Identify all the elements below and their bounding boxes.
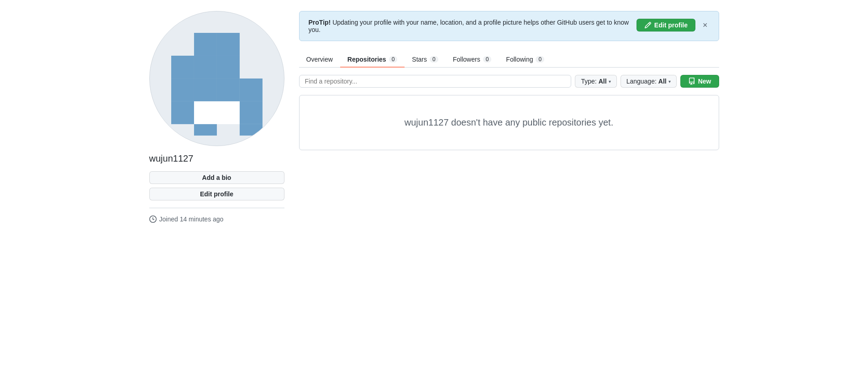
tab-following[interactable]: Following 0 <box>499 52 552 68</box>
tab-followers[interactable]: Followers 0 <box>446 52 499 68</box>
svg-rect-14 <box>194 124 217 136</box>
type-dropdown[interactable]: Type: All ▾ <box>575 75 616 88</box>
svg-rect-11 <box>194 101 217 124</box>
new-button-label: New <box>698 78 711 85</box>
protip-message: Updating your profile with your name, lo… <box>309 19 629 33</box>
svg-rect-4 <box>216 56 239 79</box>
tab-followers-count: 0 <box>483 56 492 63</box>
avatar <box>149 11 284 146</box>
sidebar: wujun1127 Add a bio Edit profile Joined … <box>149 11 284 223</box>
empty-state-text: wujun1127 doesn't have any public reposi… <box>314 117 704 128</box>
svg-rect-2 <box>216 33 239 56</box>
svg-rect-12 <box>216 101 239 124</box>
tab-stars-count: 0 <box>430 56 438 63</box>
protip-actions: Edit profile × <box>637 19 710 32</box>
new-repository-button[interactable]: New <box>680 75 719 88</box>
joined-info: Joined 14 minutes ago <box>149 215 284 223</box>
repo-icon <box>688 78 695 85</box>
clock-icon <box>149 215 157 223</box>
type-label: Type: <box>581 78 596 85</box>
empty-state: wujun1127 doesn't have any public reposi… <box>299 95 719 150</box>
protip-text: ProTip! Updating your profile with your … <box>309 19 629 33</box>
svg-rect-5 <box>171 56 194 79</box>
tab-stars-label: Stars <box>412 56 427 63</box>
protip-banner: ProTip! Updating your profile with your … <box>299 11 719 41</box>
svg-rect-6 <box>171 79 194 101</box>
language-value: All <box>658 78 667 85</box>
tab-followers-label: Followers <box>453 56 480 63</box>
svg-rect-10 <box>171 101 194 124</box>
protip-close-button[interactable]: × <box>701 21 710 29</box>
filter-row: Type: All ▾ Language: All ▾ New <box>299 75 719 88</box>
protip-prefix: ProTip! <box>309 19 331 26</box>
edit-profile-button[interactable]: Edit profile <box>149 188 284 200</box>
protip-edit-label: Edit profile <box>654 21 688 29</box>
main-content: ProTip! Updating your profile with your … <box>299 11 719 223</box>
sidebar-divider <box>149 208 284 208</box>
add-bio-button[interactable]: Add a bio <box>149 171 284 184</box>
page-layout: wujun1127 Add a bio Edit profile Joined … <box>142 0 726 234</box>
tab-repositories[interactable]: Repositories 0 <box>340 52 405 68</box>
type-value: All <box>599 78 607 85</box>
protip-edit-profile-button[interactable]: Edit profile <box>637 19 695 32</box>
username: wujun1127 <box>149 153 284 164</box>
svg-rect-3 <box>194 56 217 79</box>
language-label: Language: <box>626 78 657 85</box>
tab-overview[interactable]: Overview <box>299 52 340 68</box>
svg-rect-7 <box>194 79 217 101</box>
svg-rect-9 <box>239 79 262 101</box>
tab-following-label: Following <box>506 56 533 63</box>
tab-following-count: 0 <box>536 56 544 63</box>
svg-rect-8 <box>216 79 239 101</box>
tab-repositories-label: Repositories <box>347 56 386 63</box>
avatar-image <box>160 21 274 136</box>
tab-overview-label: Overview <box>306 56 333 63</box>
language-dropdown[interactable]: Language: All ▾ <box>621 75 677 88</box>
type-chevron-icon: ▾ <box>609 79 611 84</box>
language-chevron-icon: ▾ <box>668 79 671 84</box>
search-input[interactable] <box>299 75 572 88</box>
tabs-nav: Overview Repositories 0 Stars 0 Follower… <box>299 52 719 68</box>
joined-text: Joined 14 minutes ago <box>159 215 224 223</box>
tab-repositories-count: 0 <box>389 56 398 63</box>
svg-rect-1 <box>194 33 217 56</box>
svg-rect-15 <box>239 124 262 136</box>
tab-stars[interactable]: Stars 0 <box>405 52 445 68</box>
svg-rect-13 <box>239 101 262 124</box>
pencil-icon <box>644 21 652 29</box>
